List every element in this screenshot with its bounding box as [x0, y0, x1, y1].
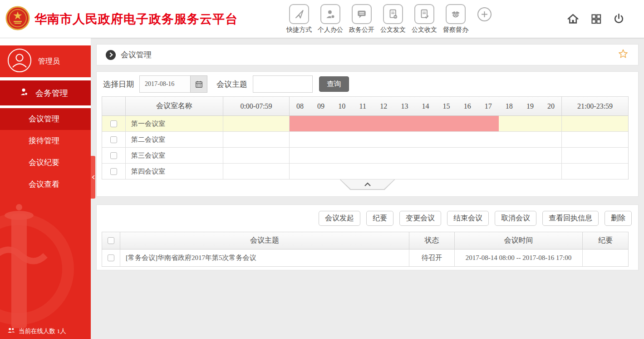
- late-slot[interactable]: [562, 164, 628, 179]
- start-meeting-button[interactable]: 会议发起: [319, 211, 360, 226]
- hour-slots[interactable]: [290, 116, 562, 132]
- change-meeting-button[interactable]: 变更会议: [399, 211, 441, 226]
- quick-toolbar: 快捷方式 个人办公 政务公开 公文发文: [284, 4, 492, 34]
- online-users-icon: [7, 327, 15, 335]
- early-slot[interactable]: [223, 148, 290, 164]
- early-slot[interactable]: [223, 116, 290, 132]
- toolbar-item-personal-office[interactable]: 个人办公: [315, 4, 345, 34]
- minutes-column-header: 纪要: [583, 232, 628, 249]
- toolbar-label: 个人办公: [318, 26, 343, 34]
- search-button[interactable]: 查询: [319, 76, 349, 92]
- toolbar-label: 公文发文: [380, 26, 406, 34]
- hour-slots[interactable]: [290, 164, 562, 179]
- toolbar-item-doc-send[interactable]: 公文发文: [378, 4, 408, 34]
- row-checkbox[interactable]: [110, 168, 117, 175]
- end-meeting-button[interactable]: 结束会议: [447, 211, 489, 226]
- early-slot[interactable]: [223, 164, 290, 179]
- topic-column-header: 会议主题: [120, 232, 409, 249]
- collapse-schedule-button[interactable]: [340, 179, 395, 190]
- hours-column-header: 08091011121314151617181920: [290, 97, 562, 116]
- action-buttons: 会议发起 纪要 变更会议 结束会议 取消会议 查看回执信息 删除: [97, 205, 638, 226]
- toolbar-label: 政务公开: [349, 26, 374, 34]
- sidebar-decoration: [0, 195, 91, 324]
- speech-bubble-icon: [352, 4, 372, 24]
- apps-grid-icon[interactable]: [590, 13, 602, 25]
- row-checkbox[interactable]: [108, 254, 114, 261]
- late-slot[interactable]: [562, 116, 628, 132]
- user-profile[interactable]: 管理员: [0, 45, 91, 77]
- power-icon[interactable]: [613, 13, 625, 25]
- select-column-header: [102, 97, 126, 116]
- calendar-button[interactable]: [190, 75, 207, 93]
- late-slot[interactable]: [562, 148, 628, 164]
- toolbar-label: 快捷方式: [286, 26, 312, 34]
- main-content: 会议管理 选择日期 会议主题 查询: [91, 38, 644, 339]
- meeting-list-panel: 会议发起 纪要 变更会议 结束会议 取消会议 查看回执信息 删除 会议主题 状态…: [96, 204, 639, 270]
- sidebar: 管理员 会务管理 会议管理 接待管理 会议纪要 会议查看: [0, 38, 91, 339]
- date-input[interactable]: [139, 75, 190, 93]
- busy-time-bar[interactable]: [290, 116, 499, 131]
- early-slot[interactable]: [223, 132, 290, 148]
- sidebar-item-meeting-view[interactable]: 会议查看: [0, 174, 91, 195]
- schedule-row-room3: 第三会议室: [102, 148, 628, 164]
- favorite-star-icon[interactable]: [617, 48, 629, 61]
- filter-row: 选择日期 会议主题 查询: [97, 72, 638, 96]
- meeting-row: [常务会议]华南省政府2017年第5次常务会议 待召开 2017-08-14 0…: [102, 249, 628, 266]
- toolbar-item-supervision[interactable]: 督察督办: [441, 4, 471, 34]
- meeting-minutes: [583, 249, 628, 266]
- hour-slots[interactable]: [290, 132, 562, 148]
- room-name: 第三会议室: [126, 148, 223, 164]
- meeting-status: 待召开: [409, 249, 455, 266]
- select-all-checkbox[interactable]: [108, 237, 114, 244]
- room-name: 第一会议室: [126, 116, 223, 132]
- schedule-row-room2: 第二会议室: [102, 132, 628, 148]
- police-icon: [446, 4, 466, 24]
- toolbar-item-gov-affairs[interactable]: 政务公开: [347, 4, 377, 34]
- cancel-meeting-button[interactable]: 取消会议: [495, 211, 536, 226]
- national-emblem-logo: [5, 6, 30, 32]
- date-picker: [139, 75, 207, 93]
- add-shortcut-button[interactable]: [477, 7, 492, 21]
- room-column-header: 会议室名称: [126, 97, 223, 116]
- chevron-left-icon: [92, 175, 95, 179]
- document-check-icon: [414, 4, 434, 24]
- time-column-header: 会议时间: [455, 232, 583, 249]
- home-icon[interactable]: [566, 12, 580, 25]
- schedule-row-room1: 第一会议室: [102, 116, 628, 132]
- status-column-header: 状态: [409, 232, 455, 249]
- view-receipt-button[interactable]: 查看回执信息: [542, 211, 599, 226]
- row-checkbox[interactable]: [110, 120, 117, 127]
- toolbar-item-shortcuts[interactable]: 快捷方式: [284, 4, 314, 34]
- topic-input[interactable]: [253, 75, 313, 93]
- room-name: 第二会议室: [126, 132, 223, 148]
- section-label: 会务管理: [35, 88, 68, 99]
- sidebar-item-meeting-management[interactable]: 会议管理: [0, 108, 91, 130]
- calendar-icon: [195, 80, 203, 89]
- site-title: 华南市人民政府电子政务服务云平台: [34, 11, 238, 27]
- top-header: 华南市人民政府电子政务服务云平台 快捷方式 个人办公 政务公开: [0, 0, 644, 38]
- row-checkbox[interactable]: [110, 152, 117, 159]
- schedule-row-room4: 第四会议室: [102, 164, 628, 179]
- minutes-button[interactable]: 纪要: [366, 211, 393, 226]
- schedule-table: 会议室名称 0:00-07:59 08091011121314151617181…: [102, 96, 629, 179]
- online-count-label: 当前在线人数 1人: [19, 327, 66, 335]
- person-icon: [320, 4, 340, 24]
- sidebar-item-meeting-minutes[interactable]: 会议纪要: [0, 152, 91, 174]
- hour-slots[interactable]: [290, 148, 562, 164]
- delete-button[interactable]: 删除: [605, 211, 632, 226]
- date-label: 选择日期: [103, 79, 134, 90]
- toolbar-item-doc-receive[interactable]: 公文收文: [409, 4, 439, 34]
- sidebar-collapse-handle[interactable]: [91, 156, 95, 199]
- meeting-header-row: 会议主题 状态 会议时间 纪要: [102, 232, 628, 249]
- late-slot[interactable]: [562, 132, 628, 148]
- row-checkbox[interactable]: [110, 136, 117, 143]
- chevron-up-icon: [364, 182, 371, 186]
- sidebar-section-meeting-admin[interactable]: 会务管理: [0, 80, 91, 105]
- sidebar-item-reception-management[interactable]: 接待管理: [0, 130, 91, 152]
- topic-label: 会议主题: [216, 79, 247, 90]
- avatar-icon: [7, 48, 32, 75]
- system-icons: [566, 12, 625, 25]
- schedule-panel: 选择日期 会议主题 查询 会议室名称 0:00-07: [96, 71, 639, 197]
- page-title: 会议管理: [121, 50, 152, 60]
- late-column-header: 21:00-23:59: [562, 97, 628, 116]
